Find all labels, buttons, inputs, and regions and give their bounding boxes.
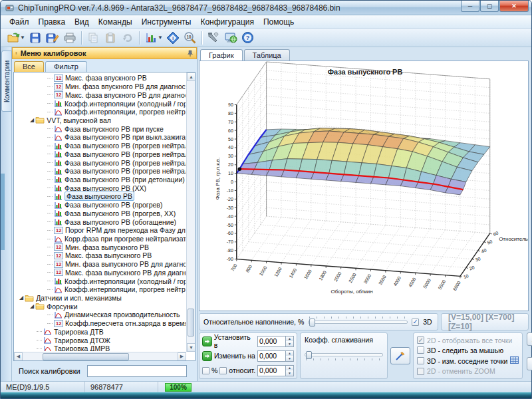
apply-change-button[interactable] [202,351,212,361]
chart-view-dropdown-icon[interactable]: ▼ [158,35,163,41]
online-button[interactable] [222,30,239,46]
option-checkbox[interactable] [417,357,424,364]
scroll-left-icon[interactable]: ◀ [14,352,23,361]
help-button[interactable]: ? [239,30,257,46]
menu-item[interactable]: Правка [34,16,70,28]
tree-item[interactable]: 12Мин. фаза выпускного РВ [15,243,186,251]
tree-item[interactable]: Динамическая производительность [15,311,186,319]
tree-folder[interactable]: ◢VVT, выпускной вал [15,116,186,125]
3d-checkbox[interactable]: ✓ [412,319,419,326]
edit-line-button[interactable] [390,347,410,364]
tree-item[interactable]: 12Порог RPM для перехода на Фазу для реж… [15,226,186,235]
tab-Таблица[interactable]: Таблица [244,49,290,61]
drag-handle-icon[interactable]: ⁞ [15,51,18,57]
scroll-right-icon[interactable]: ▶ [178,352,186,361]
tree-item[interactable]: Тарировка ДМРВ [15,344,186,351]
tree-item[interactable]: 12Макс. фаза выпускного РВ для диагности… [15,269,186,277]
tree-item[interactable]: Фаза выпускного РВ (прогрев нейтрал., хо… [15,150,186,158]
scroll-thumb[interactable] [43,353,129,360]
tree-item[interactable]: Фаза выпускного РВ (ХХ) [15,184,186,192]
tree-item[interactable]: Коэфф.интерполяции (холодный / горячий ) [15,277,186,285]
tree-item[interactable]: 12Макс. фаза впускного РВ [15,74,186,82]
copy-button[interactable] [84,30,102,46]
minimize-button[interactable]: ─ [461,1,479,12]
tree-horizontal-scrollbar[interactable]: ◀ ▶ [14,352,186,360]
spin-up-icon[interactable]: ▲ [286,351,293,356]
relative-spinner[interactable]: ▲▼ [257,365,294,376]
relative-value-input[interactable] [257,365,285,376]
tab-Все[interactable]: Все [14,61,44,72]
fill-slider[interactable] [308,317,408,327]
scroll-up-icon[interactable]: ▲ [187,72,196,81]
tree-item[interactable]: Фаза выпускного РВ (прогрев нейтрал., ХХ… [15,167,186,176]
smoothing-slider[interactable] [305,349,383,360]
apply-set-button[interactable] [202,336,212,346]
tree-item[interactable]: 12Макс. фаза выпускного РВ [15,251,186,260]
paste-button[interactable] [102,30,119,46]
tree-item[interactable]: Фаза выпускного РВ при выкл.зажигания [15,133,186,142]
spin-up-icon[interactable]: ▲ [286,336,293,342]
tree-item[interactable]: Коэфф.интерполяции (холодный / горячий ) [15,99,186,108]
expand-icon[interactable]: ◢ [30,118,34,123]
tree-item[interactable]: Фаза выпускного РВ при пуске [15,124,186,133]
menu-item[interactable]: Помощь [259,16,299,28]
maximize-button[interactable]: ▢ [480,1,499,12]
change-value-input[interactable] [257,350,285,362]
tree-folder[interactable]: ◢Датчики и исп. механизмы [15,294,186,303]
save-button[interactable] [27,30,44,46]
tree-item[interactable]: 12Мин. фаза впускного РВ для диагностики [15,82,186,91]
expand-icon[interactable]: ◢ [19,295,23,301]
tree-item[interactable]: Корр.фаза при прогреве нейтрализатора [15,235,186,243]
undo-button[interactable] [119,30,136,46]
menu-item[interactable]: Файл [5,16,34,28]
info-button[interactable]: i [164,30,182,46]
tree-item[interactable]: 12Мин. фаза выпускного РВ для диагностик… [15,260,186,269]
close-button[interactable]: ✕ [499,1,529,12]
tree-item[interactable]: Фаза выпускного РВ (обогащение) [15,217,186,226]
expand-icon[interactable]: ◢ [30,304,34,309]
tree-item[interactable]: Тарировка ДТОЖ [15,336,186,344]
z-axis-button[interactable]: Z [527,357,532,370]
slider-track[interactable] [305,353,383,356]
relative-checkbox[interactable] [219,367,227,374]
tree-item[interactable]: Фаза выпускного РВ (прогрев, ХХ) [15,209,186,218]
chart-area[interactable]: -90-80-70-60-50-40-30-20-100102030405060… [199,61,529,311]
save-as-button[interactable] [44,30,61,46]
tree-item[interactable]: Фаза выпускного РВ (при детонации) [15,176,186,184]
comments-tab[interactable]: Комментарии [1,51,12,112]
surface-chart[interactable]: -90-80-70-60-50-40-30-20-100102030405060… [200,61,528,311]
menu-item[interactable]: Команды [94,16,137,28]
option-checkbox[interactable]: ✓ [417,336,424,344]
title-bar[interactable]: ChipTuningPRO ver.7.4.8.969 - Antara32L_… [1,1,531,15]
menu-item[interactable]: Инструменты [137,16,196,28]
pin-icon[interactable] [187,50,194,57]
spin-down-icon[interactable]: ▼ [286,356,293,361]
tree-folder[interactable]: ◢Форсунки [15,302,186,311]
menu-item[interactable]: Конфигурация [196,16,259,28]
open-dropdown-icon[interactable]: ▼ [20,35,25,41]
spin-down-icon[interactable]: ▼ [286,341,293,346]
scroll-thumb[interactable] [188,309,194,336]
tree-item[interactable]: Фаза выпускного РВ (прогрев нейтрал., ХХ… [15,158,186,167]
percent-checkbox[interactable] [202,367,209,374]
tree-vertical-scrollbar[interactable]: ▲ ▼ [186,72,195,352]
zoom-10-button[interactable]: 10 [182,30,199,46]
option-checkbox[interactable] [417,346,424,354]
spin-up-icon[interactable]: ▲ [286,366,293,371]
tree-item[interactable]: Тарировка ДТВ [15,328,186,336]
tab-График[interactable]: График [200,49,243,61]
set-value-input[interactable] [257,336,285,347]
menu-item[interactable]: Вид [70,16,94,28]
slider-track[interactable] [308,321,408,324]
tab-Фильтр[interactable]: Фильтр [45,61,87,72]
tools-button[interactable] [205,30,222,46]
tree-item[interactable]: Фаза выпускного РВ (прогрев нейтрализато… [15,142,186,150]
tree-item[interactable]: Фаза выпускного РВ [15,192,186,201]
set-spinner[interactable]: ▲▼ [257,336,294,347]
tree-item[interactable]: 12Макс. фаза впускного РВ для диагностик… [15,90,186,99]
tree-item[interactable]: Коэфф.интерполяции, прогрев нейтр. (холо… [15,108,186,116]
x-axis-button[interactable]: X [527,332,532,346]
spin-down-icon[interactable]: ▼ [286,370,293,376]
option-checkbox[interactable] [417,368,424,375]
scroll-down-icon[interactable]: ▼ [187,343,196,352]
